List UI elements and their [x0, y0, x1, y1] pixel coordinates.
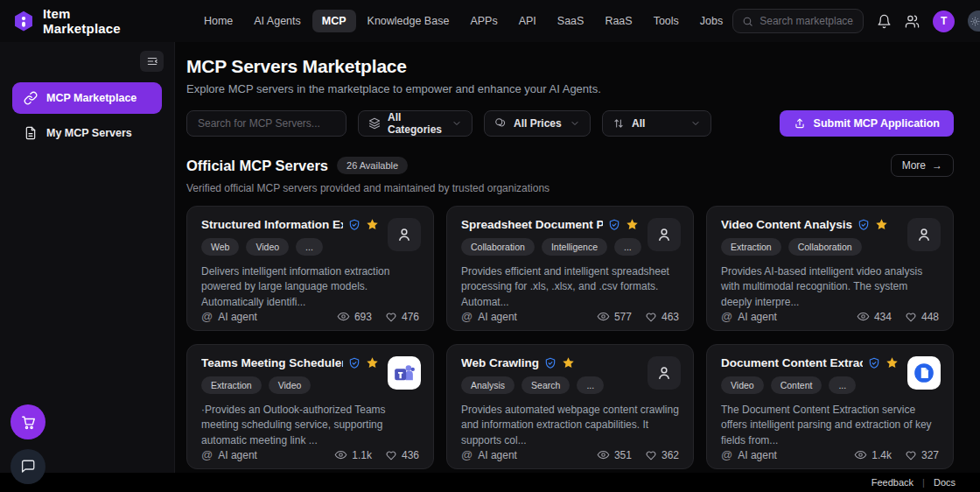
tag[interactable]: Collaboration — [461, 238, 535, 256]
tag[interactable]: Intelligence — [542, 238, 607, 256]
section-title: Official MCP Servers — [186, 158, 328, 174]
card-avatar — [388, 218, 421, 251]
likes-stat[interactable]: 476 — [385, 311, 419, 323]
tag[interactable]: Collaboration — [788, 238, 862, 256]
theme-toggle[interactable] — [968, 11, 980, 32]
card-teams-meeting-scheduler[interactable]: Teams Meeting Scheduler Extraction Video… — [186, 344, 434, 469]
tag-list: Extraction Video — [201, 376, 419, 394]
cart-button[interactable] — [10, 404, 46, 439]
header-search[interactable] — [732, 9, 864, 33]
nav-tools[interactable]: Tools — [644, 10, 689, 32]
tag[interactable]: Video — [269, 376, 312, 394]
upload-icon — [794, 117, 806, 130]
filter-bar: All Categories All Prices All Submit MCP… — [186, 110, 954, 137]
tag-more[interactable]: ... — [829, 376, 856, 394]
at-icon: @ — [201, 310, 213, 323]
card-footer: @AI agent 693 476 — [201, 310, 419, 323]
submit-label: Submit MCP Application — [814, 117, 940, 130]
categories-dropdown[interactable]: All Categories — [358, 110, 472, 137]
chat-button[interactable] — [10, 449, 46, 484]
main-content: MCP Servers Marketplace Explore MCP serv… — [175, 42, 980, 473]
brand-logo-icon — [12, 10, 35, 32]
likes-stat[interactable]: 362 — [645, 449, 679, 461]
sidebar-item-mcp-marketplace[interactable]: MCP Marketplace — [12, 82, 162, 114]
nav-raas[interactable]: RaaS — [595, 10, 641, 32]
submit-mcp-application-button[interactable]: Submit MCP Application — [780, 110, 954, 137]
tag[interactable]: Analysis — [461, 376, 514, 394]
card-description: The Document Content Extraction service … — [721, 403, 939, 448]
likes-stat[interactable]: 463 — [645, 311, 679, 323]
tag[interactable]: Extraction — [201, 376, 262, 394]
card-title-row: Video Content Analysis — [721, 218, 939, 231]
nav-mcp[interactable]: MCP — [312, 10, 356, 32]
nav-knowledge-base[interactable]: Knowledge Base — [358, 10, 459, 32]
tag-list: Web Video ... — [201, 238, 419, 256]
card-stats: 1.4k 327 — [854, 448, 939, 461]
sidebar-collapse-button[interactable] — [140, 51, 164, 72]
verified-badge-icon — [348, 219, 360, 231]
available-count-badge: 26 Available — [337, 157, 408, 174]
tag[interactable]: Extraction — [721, 238, 781, 256]
tag-more[interactable]: ... — [577, 376, 604, 394]
card-title: Teams Meeting Scheduler — [201, 356, 343, 369]
notifications-button[interactable] — [877, 14, 892, 29]
card-avatar — [648, 356, 681, 390]
card-structured-information-extraction[interactable]: Structured Information Extracti... Web V… — [186, 206, 434, 331]
at-icon: @ — [721, 448, 732, 461]
card-description: Provides efficient and intelligent sprea… — [461, 264, 679, 310]
views-stat: 1.1k — [334, 448, 372, 461]
sidebar-item-my-mcp-servers[interactable]: My MCP Servers — [12, 117, 162, 149]
header-search-input[interactable] — [760, 15, 854, 27]
page-title: MCP Servers Marketplace — [186, 56, 954, 77]
categories-value: All Categories — [388, 111, 444, 136]
card-video-content-analysis[interactable]: Video Content Analysis Extraction Collab… — [706, 206, 954, 331]
nav-apps[interactable]: APPs — [460, 10, 507, 32]
likes-stat[interactable]: 448 — [905, 311, 939, 323]
nav-api[interactable]: API — [509, 10, 546, 32]
nav-ai-agents[interactable]: AI Agents — [244, 10, 311, 32]
tag-list: Collaboration Intelligence ... — [461, 238, 679, 256]
docs-link[interactable]: Docs — [934, 477, 956, 488]
card-title: Structured Information Extracti... — [201, 218, 343, 231]
prices-value: All Prices — [514, 117, 562, 130]
tag[interactable]: Search — [522, 376, 570, 394]
more-button[interactable]: More → — [891, 154, 954, 177]
card-document-content-extraction[interactable]: Document Content Extraction Video Conten… — [706, 344, 954, 469]
star-icon — [366, 218, 379, 231]
prices-dropdown[interactable]: All Prices — [484, 110, 591, 137]
tag[interactable]: Video — [721, 376, 764, 394]
card-title: Video Content Analysis — [721, 218, 852, 231]
header-right: T — [732, 9, 980, 33]
nav-saas[interactable]: SaaS — [548, 10, 594, 32]
brand-name: Item Marketplace — [43, 6, 121, 36]
teams-logo-icon — [393, 362, 416, 384]
feedback-link[interactable]: Feedback — [872, 477, 914, 488]
brand[interactable]: Item Marketplace — [12, 6, 121, 36]
chat-icon — [20, 459, 36, 474]
card-footer: @AI agent 1.4k 327 — [721, 448, 939, 461]
user-avatar[interactable]: T — [933, 11, 955, 32]
views-stat: 1.4k — [854, 448, 892, 461]
card-avatar — [648, 218, 681, 251]
sort-value: All — [632, 117, 645, 130]
section-subtitle: Verified official MCP servers provided a… — [186, 182, 954, 194]
at-icon: @ — [201, 448, 213, 461]
card-web-crawling[interactable]: Web Crawling Analysis Search ... Provide… — [446, 344, 694, 469]
nav-home[interactable]: Home — [194, 10, 242, 32]
community-button[interactable] — [905, 14, 920, 29]
tag[interactable]: Content — [771, 376, 822, 394]
card-avatar — [907, 356, 941, 390]
card-author: @AI agent — [461, 448, 517, 461]
nav-jobs[interactable]: Jobs — [690, 10, 732, 32]
likes-stat[interactable]: 436 — [385, 449, 419, 461]
tag[interactable]: Video — [246, 238, 289, 256]
mcp-search-input[interactable] — [186, 110, 346, 137]
tag-more[interactable]: ... — [296, 238, 323, 256]
sort-dropdown[interactable]: All — [602, 110, 711, 137]
star-icon — [562, 356, 575, 369]
likes-stat[interactable]: 327 — [905, 449, 939, 461]
verified-badge-icon — [544, 357, 556, 369]
tag[interactable]: Web — [201, 238, 239, 256]
tag-more[interactable]: ... — [614, 238, 641, 256]
card-spreadsheet-document-processing[interactable]: Spreadsheet Document Proce... Collaborat… — [446, 206, 694, 331]
